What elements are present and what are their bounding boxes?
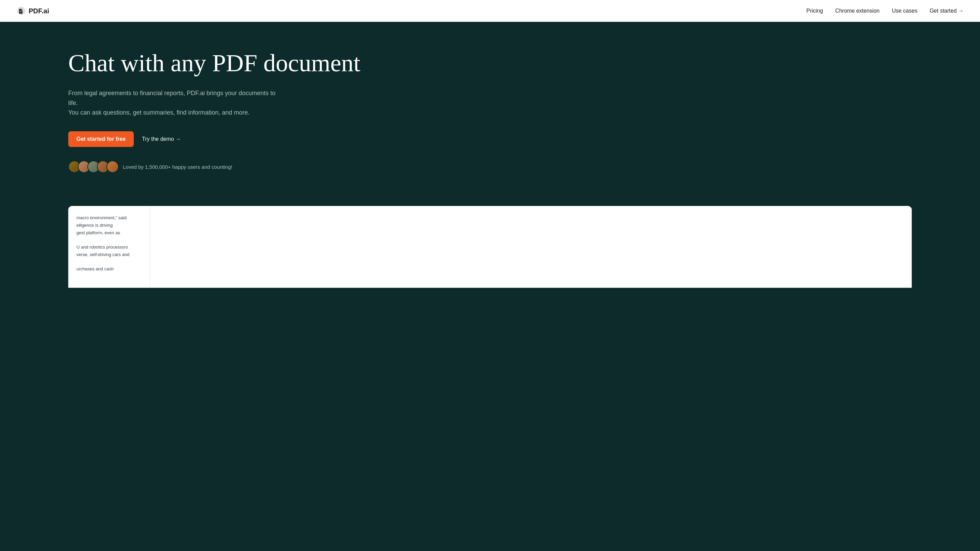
social-proof: Loved by 1,500,000+ happy users and coun… <box>68 160 912 173</box>
demo-pdf-text-2: U and robotics processors verse, self-dr… <box>76 243 142 259</box>
demo-pdf-text-3: urchases and cash <box>76 265 142 273</box>
logo-text: PDF.ai <box>29 7 49 15</box>
nav-use-cases[interactable]: Use cases <box>892 8 918 14</box>
get-started-button[interactable]: Get started for free <box>68 131 134 147</box>
hero-subtitle: From legal agreements to financial repor… <box>68 88 286 118</box>
demo-section: macro environment," said elligence is dr… <box>0 199 980 288</box>
nav-links: Pricing Chrome extension Use cases Get s… <box>806 8 964 14</box>
demo-pdf-text-1: macro environment," said elligence is dr… <box>76 214 142 237</box>
hero-subtitle-line1: From legal agreements to financial repor… <box>68 88 286 108</box>
avatar-5 <box>107 160 119 173</box>
nav-chrome-extension[interactable]: Chrome extension <box>835 8 880 14</box>
nav-pricing[interactable]: Pricing <box>806 8 823 14</box>
demo-chat-panel[interactable] <box>150 206 912 288</box>
social-proof-text: Loved by 1,500,000+ happy users and coun… <box>123 164 232 170</box>
nav-get-started[interactable]: Get started → <box>929 8 964 14</box>
hero-title: Chat with any PDF document <box>68 49 375 78</box>
logo-icon <box>16 6 26 16</box>
navbar: PDF.ai Pricing Chrome extension Use case… <box>0 0 980 22</box>
hero-subtitle-line2: You can ask questions, get summaries, fi… <box>68 108 286 118</box>
demo-card: macro environment," said elligence is dr… <box>68 206 912 288</box>
hero-section: Chat with any PDF document From legal ag… <box>0 22 980 199</box>
try-demo-link[interactable]: Try the demo → <box>142 136 181 142</box>
demo-pdf-panel: macro environment," said elligence is dr… <box>68 206 150 288</box>
hero-buttons: Get started for free Try the demo → <box>68 131 912 147</box>
logo-link[interactable]: PDF.ai <box>16 6 49 16</box>
avatars-group <box>68 160 119 173</box>
